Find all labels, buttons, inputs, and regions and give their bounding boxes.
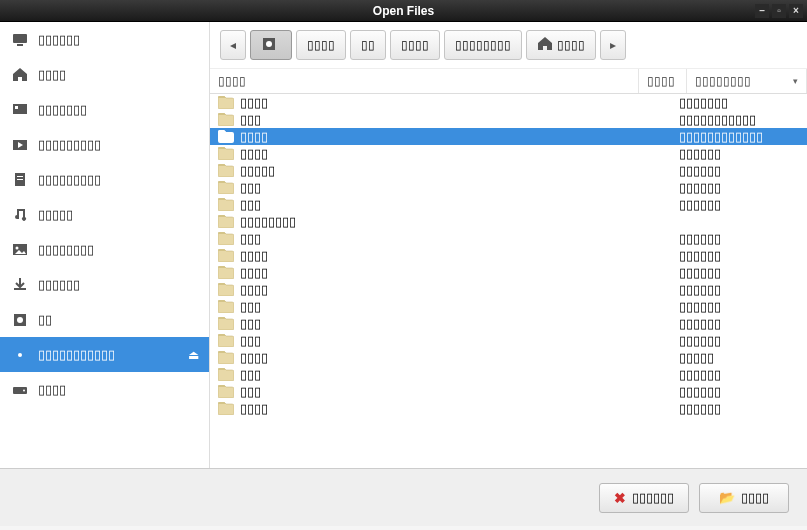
file-name: ▯▯▯▯ (240, 350, 268, 365)
open-button[interactable]: 📂 ▯▯▯▯ (699, 483, 789, 513)
open-icon: 📂 (719, 490, 735, 505)
folder-icon (218, 198, 234, 211)
breadcrumb-item[interactable]: ▯▯▯▯ (526, 30, 596, 60)
svg-rect-1 (17, 44, 23, 46)
svg-point-15 (23, 390, 25, 392)
sidebar-item[interactable]: ▯▯▯▯▯▯▯▯ (0, 232, 209, 267)
minimize-button[interactable]: – (755, 4, 769, 18)
titlebar[interactable]: Open Files – ▫ × (0, 0, 807, 22)
sidebar-item[interactable]: ▯▯▯▯▯▯ (0, 22, 209, 57)
sidebar-item[interactable]: ▯▯▯▯▯▯ (0, 267, 209, 302)
svg-point-17 (266, 41, 272, 47)
sidebar-item-label: ▯▯▯▯▯▯▯▯▯ (38, 172, 101, 187)
file-row[interactable]: ▯▯▯▯▯▯▯▯▯ (210, 230, 807, 247)
folder-icon (218, 164, 234, 177)
svg-rect-0 (13, 34, 27, 43)
breadcrumb-label: ▯▯ (361, 38, 375, 52)
file-row[interactable]: ▯▯▯▯▯▯▯▯▯ (210, 315, 807, 332)
file-row[interactable]: ▯▯▯▯▯▯▯▯▯ (210, 179, 807, 196)
column-name[interactable]: ▯▯▯▯ (210, 69, 639, 93)
sidebar: ▯▯▯▯▯▯▯▯▯▯▯▯▯▯▯▯▯▯▯▯▯▯▯▯▯▯▯▯▯▯▯▯▯▯▯▯▯▯▯▯… (0, 22, 210, 468)
file-modified: ▯▯▯▯▯▯▯▯▯▯▯ (679, 112, 799, 127)
maximize-button[interactable]: ▫ (772, 4, 786, 18)
file-row[interactable]: ▯▯▯▯▯▯▯▯▯▯ (210, 247, 807, 264)
file-row[interactable]: ▯▯▯▯▯▯▯▯▯▯▯ (210, 162, 807, 179)
file-name: ▯▯▯▯▯▯▯▯ (240, 214, 296, 229)
sidebar-item[interactable]: ▯▯▯▯▯▯▯▯▯▯▯⏏ (0, 337, 209, 372)
sidebar-item[interactable]: ▯▯▯▯▯ (0, 197, 209, 232)
sidebar-item-label: ▯▯ (38, 312, 52, 327)
file-name: ▯▯▯▯ (240, 401, 268, 416)
sort-indicator-icon: ▾ (793, 76, 798, 86)
file-modified: ▯▯▯▯▯▯▯ (679, 95, 799, 110)
breadcrumb-item[interactable]: ▯▯ (350, 30, 386, 60)
file-row[interactable]: ▯▯▯▯▯▯▯▯▯▯▯▯▯▯ (210, 111, 807, 128)
folder-icon (218, 334, 234, 347)
pictures-icon (12, 243, 28, 257)
folder-icon (218, 113, 234, 126)
folder-icon (218, 300, 234, 313)
sidebar-item[interactable]: ▯▯▯▯▯▯▯▯▯ (0, 162, 209, 197)
file-row[interactable]: ▯▯▯▯▯▯▯▯▯▯▯ (210, 94, 807, 111)
cancel-icon: ✖ (614, 490, 626, 506)
column-size[interactable]: ▯▯▯▯ (639, 69, 687, 93)
sidebar-item-label: ▯▯▯▯▯▯▯▯▯▯▯ (38, 347, 115, 362)
device-icon (261, 36, 277, 54)
sidebar-item-label: ▯▯▯▯▯▯▯▯▯ (38, 137, 101, 152)
file-modified: ▯▯▯▯▯ (679, 350, 799, 365)
breadcrumb-prev-button[interactable]: ◂ (220, 30, 246, 60)
breadcrumb-next-button[interactable]: ▸ (600, 30, 626, 60)
breadcrumb-label: ▯▯▯▯▯▯▯▯ (455, 38, 511, 52)
home-icon (537, 36, 553, 54)
file-row[interactable]: ▯▯▯▯▯▯▯▯ (210, 213, 807, 230)
breadcrumb-label: ▯▯▯▯ (557, 38, 585, 52)
column-modified[interactable]: ▯▯▯▯▯▯▯▯ ▾ (687, 69, 807, 93)
eject-icon[interactable]: ⏏ (188, 348, 199, 362)
file-name: ▯▯▯ (240, 231, 261, 246)
file-row[interactable]: ▯▯▯▯▯▯▯▯▯ (210, 332, 807, 349)
file-row[interactable]: ▯▯▯▯▯▯▯▯▯▯ (210, 264, 807, 281)
svg-point-9 (16, 247, 19, 250)
file-modified: ▯▯▯▯▯▯ (679, 384, 799, 399)
computer-icon (12, 33, 28, 47)
sidebar-item[interactable]: ▯▯▯▯▯▯▯ (0, 92, 209, 127)
sidebar-item[interactable]: ▯▯▯▯ (0, 57, 209, 92)
sidebar-item[interactable]: ▯▯ (0, 302, 209, 337)
sidebar-item-label: ▯▯▯▯▯ (38, 207, 73, 222)
file-list[interactable]: ▯▯▯▯▯▯▯▯▯▯▯▯▯▯▯▯▯▯▯▯▯▯▯▯▯▯▯▯▯▯▯▯▯▯▯▯▯▯▯▯… (210, 94, 807, 468)
file-row[interactable]: ▯▯▯▯▯▯▯▯▯ (210, 349, 807, 366)
file-modified: ▯▯▯▯▯▯ (679, 180, 799, 195)
file-row[interactable]: ▯▯▯▯▯▯▯▯▯▯ (210, 400, 807, 417)
folder-icon (218, 232, 234, 245)
breadcrumb-item[interactable]: ▯▯▯▯▯▯▯▯ (444, 30, 522, 60)
close-button[interactable]: × (789, 4, 803, 18)
file-modified: ▯▯▯▯▯▯ (679, 333, 799, 348)
file-modified: ▯▯▯▯▯▯ (679, 299, 799, 314)
file-row[interactable]: ▯▯▯▯▯▯▯▯▯ (210, 298, 807, 315)
sidebar-item-label: ▯▯▯▯▯▯▯▯ (38, 242, 94, 257)
sidebar-item[interactable]: ▯▯▯▯ (0, 372, 209, 407)
breadcrumb-item[interactable]: ▯▯▯▯ (390, 30, 440, 60)
breadcrumb-item[interactable]: ▯▯▯▯ (296, 30, 346, 60)
file-name: ▯▯▯ (240, 384, 261, 399)
sidebar-item-label: ▯▯▯▯ (38, 67, 66, 82)
file-row[interactable]: ▯▯▯▯▯▯▯▯▯ (210, 196, 807, 213)
file-row[interactable]: ▯▯▯▯▯▯▯▯▯ (210, 383, 807, 400)
sidebar-item-label: ▯▯▯▯ (38, 382, 66, 397)
file-name: ▯▯▯▯▯ (240, 163, 275, 178)
file-name: ▯▯▯▯ (240, 282, 268, 297)
breadcrumb-label: ▯▯▯▯ (307, 38, 335, 52)
file-name: ▯▯▯ (240, 197, 261, 212)
home-icon (12, 68, 28, 82)
file-modified: ▯▯▯▯▯▯ (679, 146, 799, 161)
file-row[interactable]: ▯▯▯▯▯▯▯▯▯ (210, 366, 807, 383)
svg-point-11 (17, 317, 23, 323)
file-row[interactable]: ▯▯▯▯▯▯▯▯▯▯ (210, 281, 807, 298)
sidebar-item[interactable]: ▯▯▯▯▯▯▯▯▯ (0, 127, 209, 162)
cancel-button[interactable]: ✖ ▯▯▯▯▯▯ (599, 483, 689, 513)
folder-icon (218, 181, 234, 194)
file-row[interactable]: ▯▯▯▯▯▯▯▯▯▯▯▯▯▯▯▯ (210, 128, 807, 145)
breadcrumb-item[interactable] (250, 30, 292, 60)
file-row[interactable]: ▯▯▯▯▯▯▯▯▯▯ (210, 145, 807, 162)
folder-icon (218, 283, 234, 296)
